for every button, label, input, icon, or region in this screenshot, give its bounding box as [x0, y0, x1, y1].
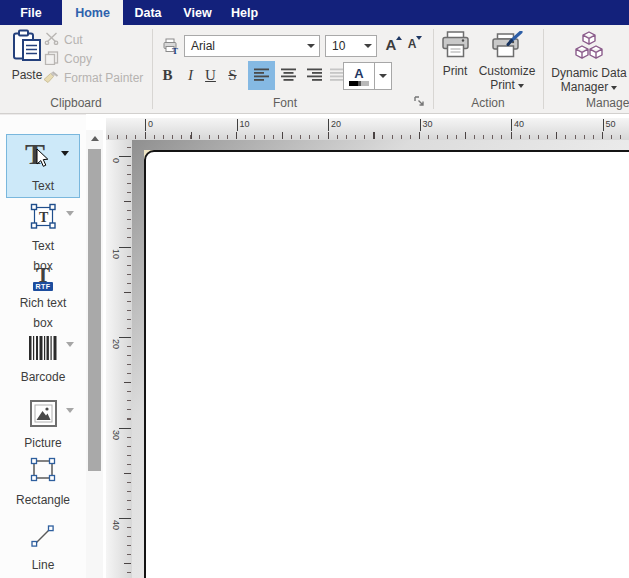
tool-rich-text-box-label: Rich text box — [20, 293, 67, 333]
toolbox-panel: T Text T Text box T — [0, 114, 86, 578]
tab-view[interactable]: View — [176, 0, 219, 25]
tab-data[interactable]: Data — [127, 0, 169, 25]
customize-print-button[interactable]: CustomizePrint — [476, 31, 538, 92]
tool-barcode-label: Barcode — [21, 367, 66, 387]
triangle-up-icon — [91, 136, 99, 141]
chevron-down-icon — [379, 74, 387, 78]
ribbon: Paste Cut Copy — [0, 25, 629, 114]
font-color-dropdown[interactable] — [374, 63, 391, 89]
ruler-number: 0 — [146, 119, 153, 129]
svg-text:T: T — [39, 210, 49, 225]
align-left-button[interactable] — [248, 61, 275, 90]
copy-label: Copy — [64, 52, 92, 66]
paste-icon — [12, 29, 42, 65]
design-workspace: 0 10 20 30 40 50 0 10 20 30 40 — [103, 114, 629, 578]
horizontal-ruler: 0 10 20 30 40 50 — [106, 118, 629, 140]
tab-data-label: Data — [134, 6, 161, 20]
chevron-down-icon[interactable] — [66, 211, 74, 216]
ruler-number: 10 — [111, 249, 121, 259]
rich-text-icon: T RTF — [33, 265, 52, 291]
ruler-major-tick — [119, 518, 131, 519]
chevron-down-icon[interactable] — [66, 408, 74, 413]
scissors-icon — [44, 32, 59, 48]
tab-help[interactable]: Help — [224, 0, 265, 25]
tab-file[interactable]: File — [8, 0, 54, 25]
chevron-down-icon[interactable] — [360, 44, 376, 48]
vertical-ruler: 0 10 20 30 40 — [106, 140, 132, 578]
tool-rectangle-label: Rectangle — [16, 490, 70, 510]
format-painter-button[interactable]: Format Painter — [42, 69, 143, 87]
strikethrough-label: S — [228, 67, 236, 84]
align-center-button[interactable] — [275, 61, 302, 90]
grow-font-button[interactable]: A — [383, 35, 405, 57]
scrollbar-up-button[interactable] — [86, 130, 103, 147]
printer-font-icon[interactable]: T — [163, 38, 179, 57]
print-button[interactable]: Print — [436, 31, 474, 78]
chevron-down-icon[interactable] — [303, 44, 319, 48]
format-painter-icon — [42, 70, 59, 87]
bold-label: B — [162, 67, 172, 84]
rectangle-icon — [29, 457, 57, 486]
chevron-down-icon[interactable] — [61, 151, 69, 156]
shrink-font-letter: A — [408, 35, 417, 54]
tool-rectangle[interactable]: Rectangle — [0, 457, 86, 510]
tab-view-label: View — [183, 6, 211, 20]
strikethrough-button[interactable]: S — [221, 61, 244, 90]
font-group-label: Font — [160, 96, 410, 110]
action-group-label: Action — [434, 96, 542, 110]
font-size-select[interactable]: 10 — [325, 35, 377, 57]
ruler-major-tick — [119, 156, 131, 157]
chevron-down-icon[interactable] — [66, 342, 74, 347]
manage-group-label: Manager — [586, 96, 629, 110]
align-left-icon — [254, 68, 270, 84]
group-separator — [152, 29, 153, 109]
bold-button[interactable]: B — [156, 61, 179, 90]
dynamic-data-manager-label: Dynamic DataManager — [551, 66, 626, 94]
tab-home[interactable]: Home — [62, 0, 123, 25]
tool-picture[interactable]: Picture — [0, 400, 86, 453]
toolbox-scrollbar[interactable] — [86, 130, 103, 578]
tab-home-label: Home — [75, 6, 110, 20]
picture-icon — [30, 400, 57, 430]
italic-label: I — [188, 67, 193, 84]
underline-label: U — [205, 67, 216, 84]
font-color-bar — [349, 81, 369, 86]
barcode-icon — [29, 336, 58, 363]
tool-rich-text-box[interactable]: T RTF Rich text box — [0, 265, 86, 333]
tool-line[interactable]: Line — [0, 523, 86, 575]
dynamic-data-manager-button[interactable]: Dynamic DataManager — [548, 31, 629, 94]
font-dialog-launcher[interactable] — [414, 96, 425, 110]
label-design-canvas[interactable] — [144, 150, 629, 578]
clipboard-group-label: Clipboard — [4, 96, 148, 110]
grow-font-letter: A — [386, 35, 397, 55]
copy-button[interactable]: Copy — [44, 50, 92, 68]
tool-barcode[interactable]: Barcode — [0, 336, 86, 387]
customize-print-icon — [491, 31, 523, 61]
align-right-button[interactable] — [301, 61, 328, 90]
align-right-icon — [307, 68, 323, 84]
mouse-cursor — [36, 148, 50, 171]
cut-button[interactable]: Cut — [44, 31, 83, 49]
scrollbar-thumb[interactable] — [88, 149, 101, 471]
tab-help-label: Help — [231, 6, 258, 20]
font-color-split-button[interactable]: A — [343, 62, 392, 90]
ruler-number: 0 — [111, 158, 121, 163]
shrink-font-button[interactable]: A — [405, 35, 425, 57]
font-color-button[interactable]: A — [344, 63, 374, 89]
ribbon-tab-bar: File Home Data View Help — [0, 0, 629, 25]
font-family-select[interactable]: Arial — [184, 35, 320, 57]
font-size-value: 10 — [326, 39, 360, 53]
print-label: Print — [443, 64, 468, 78]
underline-button[interactable]: U — [199, 61, 222, 90]
tool-picture-label: Picture — [24, 433, 61, 453]
chevron-down-icon — [518, 84, 524, 88]
ruler-number: 30 — [421, 119, 433, 129]
ruler-number: 50 — [604, 119, 616, 129]
ruler-number: 10 — [238, 119, 250, 129]
customize-print-label: CustomizePrint — [479, 64, 536, 92]
tool-line-label: Line — [32, 555, 55, 575]
ruler-number: 40 — [512, 119, 524, 129]
dynamic-data-cubes-icon — [572, 31, 606, 63]
caret-down-icon — [416, 36, 422, 40]
ruler-major-tick — [119, 337, 131, 338]
